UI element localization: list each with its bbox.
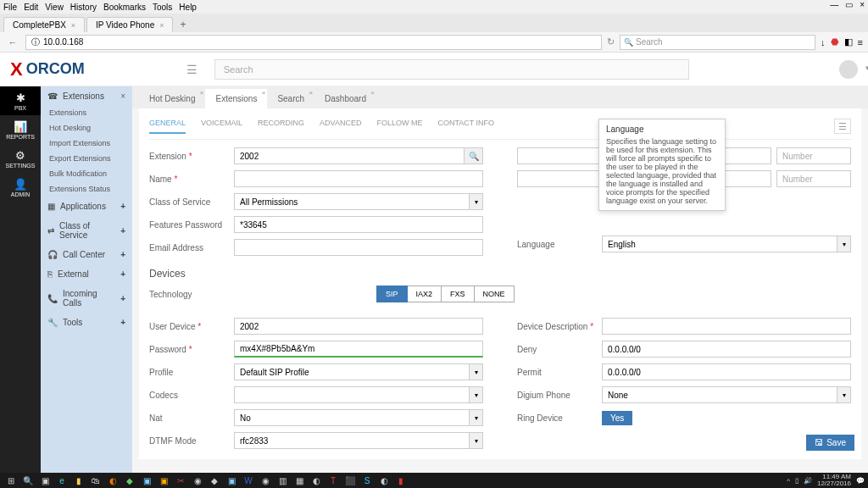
task-store[interactable]: 🛍 [88,474,103,487]
sidebar-group-incoming[interactable]: 📞 Incoming Calls + [41,284,132,313]
task-app1[interactable]: ◆ [122,474,137,487]
rail-reports[interactable]: 📊 REPORTS [0,115,41,144]
subtab-contactinfo[interactable]: CONTACT INFO [437,119,494,134]
tab-dashboard[interactable]: Dashboard× [314,89,376,108]
menu-icon[interactable]: ≡ [858,37,863,47]
list-view-icon[interactable]: ☰ [834,119,851,134]
app-search-input[interactable]: Search [214,59,689,80]
tech-sip[interactable]: SIP [376,286,408,302]
chevron-down-icon[interactable]: ▾ [837,386,851,403]
sidebar-group-tools[interactable]: 🔧 Tools + [41,313,132,332]
start-button[interactable]: ⊞ [3,474,19,487]
tab-hotdesking[interactable]: Hot Desking× [139,89,205,108]
devdesc-input[interactable] [602,318,851,335]
taskbar-clock[interactable]: 11:49 AM 12/27/2016 [817,474,851,487]
task-app6[interactable]: ▣ [224,474,239,487]
task-app3[interactable]: ▣ [156,474,171,487]
ring-yes-button[interactable]: Yes [602,411,632,425]
task-chrome[interactable]: ◉ [190,474,205,487]
chevron-down-icon[interactable]: ▾ [470,193,483,210]
rail-settings[interactable]: ⚙ SETTINGS [0,144,41,173]
task-search[interactable]: 🔍 [20,474,36,487]
refresh-button[interactable]: ↻ [607,36,615,47]
subtab-recording[interactable]: RECORDING [258,119,304,134]
number2-input[interactable]: Number [776,170,851,187]
deny-input[interactable]: 0.0.0.0/0 [602,341,851,358]
subtab-general[interactable]: GENERAL [149,119,186,134]
task-word[interactable]: W [241,474,256,487]
task-app11[interactable]: ⬛ [342,474,358,487]
expand-icon[interactable]: + [120,202,125,211]
window-minimize-icon[interactable]: — [830,0,838,9]
task-app9[interactable]: ◐ [309,474,324,487]
task-app12[interactable]: ◐ [376,474,392,487]
name-input[interactable] [234,170,483,187]
chevron-down-icon[interactable]: ▾ [470,386,483,403]
bookmark-icon[interactable]: ◧ [844,36,853,47]
expand-icon[interactable]: + [120,226,125,236]
expand-icon[interactable]: + [120,294,125,303]
tab-close-icon[interactable]: × [309,89,313,97]
task-app8[interactable]: ▥ [275,474,290,487]
extension-input[interactable]: 2002 [234,147,465,164]
tab-extensions[interactable]: Extensions× [205,89,267,108]
task-edge[interactable]: e [54,474,70,487]
sidebar-item-status[interactable]: Extensions Status [41,181,132,197]
chevron-down-icon[interactable]: ▾ [837,236,851,252]
featpw-input[interactable]: *33645 [234,216,483,233]
browser-tab-ipvideophone[interactable]: IP Video Phone × [86,17,173,32]
profile-select[interactable]: Default SIP Profile [234,363,470,380]
task-app4[interactable]: ✂ [173,474,188,487]
menu-view[interactable]: View [45,3,64,12]
sidebar-item-hotdesking[interactable]: Hot Desking [41,120,132,136]
rail-admin[interactable]: 👤 ADMIN [0,173,41,202]
email-input[interactable] [234,239,483,256]
download-icon[interactable]: ↓ [821,37,826,47]
menu-history[interactable]: History [70,3,97,12]
hamburger-icon[interactable]: ☰ [186,63,198,76]
sidebar-item-export[interactable]: Export Extensions [41,151,132,166]
menu-bookmarks[interactable]: Bookmarks [103,3,146,12]
tab-close-icon[interactable]: × [200,89,204,97]
menu-help[interactable]: Help [179,3,197,12]
task-app10[interactable]: T [326,474,341,487]
tab-close-icon[interactable]: × [71,21,75,30]
task-calc[interactable]: ▦ [292,474,307,487]
number1-input[interactable]: Number [776,147,851,164]
chevron-down-icon[interactable]: ▾ [470,432,483,449]
tab-close-icon[interactable]: × [262,89,266,97]
task-app7[interactable]: ◉ [258,474,273,487]
chevron-down-icon[interactable]: ▾ [470,409,483,426]
user-menu[interactable] [839,60,858,79]
sidebar-group-external[interactable]: ⎘ External + [41,264,132,284]
task-app5[interactable]: ◆ [207,474,222,487]
task-view[interactable]: ▣ [37,474,53,487]
expand-icon[interactable]: + [120,269,125,279]
window-close-icon[interactable]: × [860,0,865,9]
sidebar-group-applications[interactable]: ▦ Applications + [41,197,132,216]
subtab-followme[interactable]: FOLLOW ME [376,119,422,134]
tray-up-icon[interactable]: ^ [787,477,790,485]
language-select[interactable]: English [602,236,837,252]
task-firefox[interactable]: ◐ [105,474,120,487]
sidebar-group-callcenter[interactable]: 🎧 Call Center + [41,245,132,264]
expand-icon[interactable]: + [120,318,125,327]
extension-search-button[interactable]: 🔍 [465,147,483,164]
expand-icon[interactable]: + [120,250,125,259]
sidebar-group-cos[interactable]: ⇄ Class of Service + [41,216,132,245]
task-skype[interactable]: S [359,474,375,487]
sidebar-item-import[interactable]: Import Extensions [41,136,132,151]
cos-select[interactable]: All Permissions [234,193,470,210]
task-pdf[interactable]: ▮ [393,474,409,487]
subtab-voicemail[interactable]: VOICEMAIL [201,119,242,134]
save-button[interactable]: 🖫 Save [806,435,854,451]
back-button[interactable]: ← [5,35,20,50]
codecs-select[interactable] [234,386,470,403]
new-tab-button[interactable]: + [175,17,191,32]
tab-close-icon[interactable]: × [370,89,375,97]
digium-select[interactable]: None [602,386,837,403]
adblock-icon[interactable]: ⬣ [831,36,839,47]
tab-search[interactable]: Search× [267,89,314,108]
permit-input[interactable]: 0.0.0.0/0 [602,363,851,380]
tech-none[interactable]: NONE [475,286,515,302]
